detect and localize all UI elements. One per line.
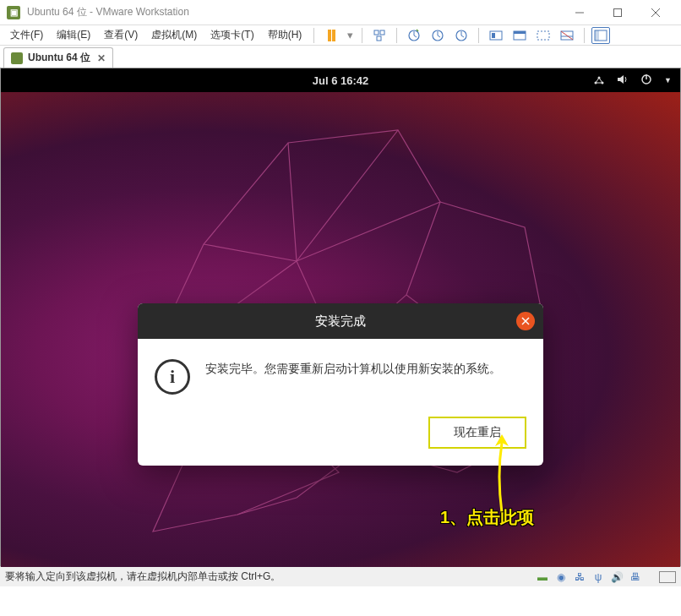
minimize-button[interactable] [560, 1, 598, 25]
install-complete-dialog: 安装完成 i 安装完毕。您需要重新启动计算机以使用新安装的系统。 现在重启 [138, 303, 543, 466]
window-title: Ubuntu 64 位 - VMware Workstation [27, 5, 560, 19]
dialog-body: i 安装完毕。您需要重新启动计算机以使用新安装的系统。 [138, 339, 543, 412]
info-icon: i [155, 359, 190, 395]
status-area[interactable]: ▼ [593, 74, 672, 88]
svg-rect-4 [374, 30, 379, 35]
tab-ubuntu[interactable]: Ubuntu 64 位 ✕ [3, 47, 113, 68]
printer-icon[interactable]: 🖶 [629, 570, 642, 584]
window-controls [560, 1, 674, 25]
dropdown-icon[interactable]: ▾ [345, 25, 355, 46]
dialog-footer: 现在重启 [138, 412, 543, 466]
dialog-message: 安装完毕。您需要重新启动计算机以使用新安装的系统。 [205, 359, 501, 378]
snapshot-take-icon[interactable] [404, 25, 424, 46]
svg-rect-5 [380, 30, 384, 35]
ubuntu-topbar: Jul 6 16:42 ▼ [1, 68, 680, 92]
dialog-close-button[interactable] [516, 312, 535, 330]
snapshot-revert-icon[interactable] [428, 25, 448, 46]
maximize-button[interactable] [598, 1, 636, 25]
separator [396, 28, 397, 43]
tab-label: Ubuntu 64 位 [28, 51, 90, 65]
app-icon: ▣ [7, 6, 20, 19]
vm-tabs: Ubuntu 64 位 ✕ [0, 46, 681, 68]
device-status-icons: ▬ ◉ 🖧 ψ 🔊 🖶 [536, 570, 676, 584]
message-log-icon[interactable] [659, 571, 676, 583]
cd-dvd-icon[interactable]: ◉ [554, 570, 568, 584]
library-icon[interactable] [591, 27, 610, 44]
usb-icon[interactable]: ψ [591, 570, 605, 584]
ubuntu-desktop: 安装完成 i 安装完毕。您需要重新启动计算机以使用新安装的系统。 现在重启 1、… [1, 92, 680, 567]
separator [362, 28, 362, 43]
menu-tabs[interactable]: 选项卡(T) [205, 26, 259, 44]
snapshot-manager-icon[interactable] [451, 25, 471, 46]
vm-display[interactable]: Jul 6 16:42 ▼ [0, 68, 681, 566]
status-hint: 要将输入定向到该虚拟机，请在虚拟机内部单击或按 Ctrl+G。 [5, 570, 536, 584]
statusbar: 要将输入定向到该虚拟机，请在虚拟机内部单击或按 Ctrl+G。 ▬ ◉ 🖧 ψ … [0, 566, 681, 586]
dialog-title: 安装完成 [315, 313, 366, 330]
svg-rect-13 [514, 31, 526, 34]
send-ctrl-alt-del-icon[interactable] [369, 25, 390, 46]
hard-disk-icon[interactable]: ▬ [536, 570, 549, 584]
menu-edit[interactable]: 编辑(E) [52, 26, 95, 44]
dialog-titlebar: 安装完成 [138, 303, 543, 339]
annotation-text: 1、点击此项 [440, 506, 534, 529]
svg-rect-1 [613, 8, 621, 16]
restart-now-button[interactable]: 现在重启 [428, 417, 526, 449]
close-button[interactable] [636, 1, 674, 25]
menu-help[interactable]: 帮助(H) [263, 26, 308, 44]
vm-icon [11, 52, 23, 64]
sound-icon [617, 74, 629, 88]
menu-vm[interactable]: 虚拟机(M) [146, 26, 202, 44]
unity-mode-icon[interactable] [509, 25, 530, 46]
svg-line-17 [561, 31, 573, 40]
stretch-icon[interactable] [533, 25, 553, 46]
datetime: Jul 6 16:42 [313, 74, 369, 87]
power-icon [640, 74, 652, 88]
svg-rect-19 [595, 30, 599, 41]
sound-card-icon[interactable]: 🔊 [610, 570, 624, 584]
menu-file[interactable]: 文件(F) [5, 26, 48, 44]
suspend-button[interactable] [321, 25, 341, 46]
tab-close-icon[interactable]: ✕ [97, 52, 106, 64]
fullscreen-icon[interactable] [486, 25, 506, 46]
separator [313, 28, 314, 43]
separator [478, 28, 479, 43]
menubar: 文件(F) 编辑(E) 查看(V) 虚拟机(M) 选项卡(T) 帮助(H) ▾ [0, 25, 681, 46]
separator [584, 28, 585, 43]
menu-view[interactable]: 查看(V) [99, 26, 143, 44]
window-titlebar: ▣ Ubuntu 64 位 - VMware Workstation [0, 0, 681, 25]
chevron-down-icon: ▼ [664, 76, 672, 84]
svg-rect-14 [537, 31, 549, 40]
svg-rect-11 [492, 33, 495, 38]
svg-rect-6 [377, 36, 381, 41]
thumbnail-bar-icon[interactable] [557, 25, 577, 46]
network-icon [593, 74, 605, 88]
network-adapter-icon[interactable]: 🖧 [573, 570, 586, 584]
